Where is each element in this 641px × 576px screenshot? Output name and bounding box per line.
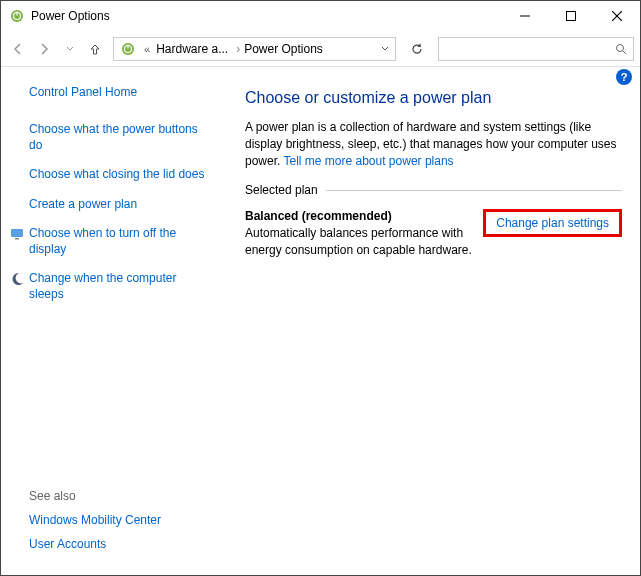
- sidebar-link-create-plan[interactable]: Create a power plan: [11, 196, 207, 212]
- see-also-heading: See also: [29, 489, 207, 503]
- sidebar-link-label[interactable]: Choose what closing the lid does: [29, 166, 204, 182]
- change-plan-settings-link[interactable]: Change plan settings: [496, 216, 609, 230]
- chevron-right-icon: ›: [234, 42, 242, 56]
- breadcrumb[interactable]: « Hardware a... › Power Options: [113, 37, 396, 61]
- close-button[interactable]: [594, 1, 640, 31]
- sidebar: Control Panel Home Choose what the power…: [1, 67, 221, 575]
- window-title: Power Options: [31, 9, 502, 23]
- page-description: A power plan is a collection of hardware…: [245, 119, 622, 169]
- navbar: « Hardware a... › Power Options: [1, 31, 640, 67]
- tell-me-more-link[interactable]: Tell me more about power plans: [283, 154, 453, 168]
- power-options-icon: [120, 41, 136, 57]
- svg-rect-4: [567, 12, 576, 21]
- sidebar-link-label[interactable]: Choose what the power buttons do: [29, 121, 207, 153]
- sidebar-link-turn-off-display[interactable]: Choose when to turn off the display: [11, 225, 207, 257]
- sidebar-link-label[interactable]: Create a power plan: [29, 196, 137, 212]
- minimize-button[interactable]: [502, 1, 548, 31]
- plan-description: Automatically balances performance with …: [245, 225, 475, 257]
- power-options-icon: [9, 8, 25, 24]
- change-plan-highlight: Change plan settings: [483, 209, 622, 237]
- svg-point-10: [617, 44, 624, 51]
- refresh-button[interactable]: [404, 37, 430, 61]
- sidebar-link-label[interactable]: Change when the computer sleeps: [29, 270, 207, 302]
- svg-line-11: [623, 51, 626, 54]
- chevron-down-icon[interactable]: [377, 45, 393, 53]
- svg-rect-13: [15, 238, 19, 240]
- display-icon: [9, 226, 25, 242]
- sidebar-link-power-buttons[interactable]: Choose what the power buttons do: [11, 121, 207, 153]
- svg-rect-2: [16, 12, 17, 16]
- help-icon[interactable]: ?: [616, 69, 632, 85]
- up-button[interactable]: [85, 39, 105, 59]
- sidebar-link-closing-lid[interactable]: Choose what closing the lid does: [11, 166, 207, 182]
- main-content: ? Choose or customize a power plan A pow…: [221, 67, 640, 575]
- search-box[interactable]: [438, 37, 634, 61]
- forward-button[interactable]: [33, 38, 55, 60]
- see-also-user-accounts[interactable]: User Accounts: [29, 537, 207, 551]
- maximize-button[interactable]: [548, 1, 594, 31]
- divider: [326, 190, 622, 191]
- search-icon: [615, 43, 627, 55]
- search-input[interactable]: [445, 42, 615, 56]
- section-selected-plan: Selected plan: [245, 183, 622, 197]
- back-button[interactable]: [7, 38, 29, 60]
- see-also-mobility-center[interactable]: Windows Mobility Center: [29, 513, 207, 527]
- breadcrumb-overflow[interactable]: «: [140, 43, 154, 55]
- breadcrumb-item-power-options[interactable]: Power Options: [242, 42, 329, 56]
- svg-rect-12: [11, 229, 23, 237]
- page-heading: Choose or customize a power plan: [245, 89, 622, 107]
- titlebar: Power Options: [1, 1, 640, 31]
- sidebar-link-computer-sleeps[interactable]: Change when the computer sleeps: [11, 270, 207, 302]
- breadcrumb-item-hardware[interactable]: Hardware a...: [154, 42, 234, 56]
- recent-dropdown-icon[interactable]: [59, 38, 81, 60]
- moon-icon: [9, 271, 25, 287]
- plan-name: Balanced (recommended): [245, 209, 475, 223]
- sidebar-link-label[interactable]: Choose when to turn off the display: [29, 225, 207, 257]
- svg-rect-9: [127, 44, 128, 48]
- control-panel-home-link[interactable]: Control Panel Home: [29, 85, 207, 99]
